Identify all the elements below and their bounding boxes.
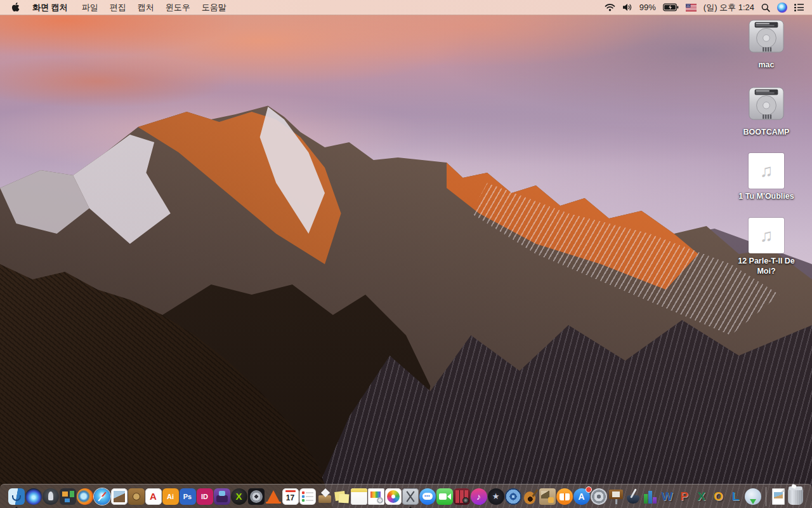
desktop-icons: macBOOTCAMP♫1 Tu M'Oublies♫12 Parle-T-Il…	[730, 19, 803, 292]
input-source-flag-icon[interactable]	[686, 4, 697, 11]
dock-item-numbers[interactable]	[642, 488, 658, 505]
dock-item-preview[interactable]	[111, 488, 128, 505]
menu-capture[interactable]: 캡처	[138, 2, 154, 13]
dock-item-launchpad[interactable]	[43, 488, 59, 505]
dock-item-system-preferences[interactable]	[591, 488, 607, 505]
wifi-icon[interactable]	[605, 3, 615, 11]
acrobat-reader-glyph: A	[145, 488, 162, 505]
dock-item-contacts[interactable]	[128, 488, 145, 505]
menu-file[interactable]: 파일	[82, 2, 98, 13]
desktop-icon-label: 1 Tu M'Oublies	[738, 192, 794, 202]
dock-item-grab[interactable]	[402, 488, 419, 505]
dock-item-indesign[interactable]: ID	[197, 488, 213, 505]
dock-item-itunes[interactable]: ♪	[471, 488, 487, 505]
imovie-glyph: ★	[488, 488, 504, 505]
dock: AAiPsIDX17•••♪★AWPXOL	[0, 484, 812, 508]
x-media-player-glyph: X	[231, 488, 247, 505]
desktop-icon-bootcamp-drive[interactable]: BOOTCAMP	[730, 86, 803, 138]
dock-item-app-store[interactable]: A	[573, 488, 590, 505]
siri-icon[interactable]	[777, 3, 787, 13]
dock-item-calendar[interactable]: 17	[282, 488, 299, 505]
desktop-icon-label: BOOTCAMP	[743, 128, 790, 138]
dock-item-facetime[interactable]	[436, 488, 453, 505]
excel-glyph: X	[693, 488, 710, 505]
hard-drive-icon	[747, 86, 786, 124]
menu-bar-status: 99%	[605, 2, 812, 13]
dock-item-acrobat-reader[interactable]: A	[145, 488, 162, 505]
dock-item-ibooks[interactable]	[556, 488, 573, 505]
audio-file-icon: ♫	[749, 218, 784, 253]
dock-item-pages[interactable]	[625, 488, 641, 505]
illustrator-glyph: Ai	[162, 488, 179, 505]
menubar-clock[interactable]: (일) 오후 1:24	[704, 2, 754, 13]
dock-item-siri[interactable]	[25, 488, 42, 505]
menu-window[interactable]: 윈도우	[166, 2, 190, 13]
wallpaper	[0, 0, 812, 508]
calendar-glyph: 17	[282, 488, 299, 505]
screen: 화면 캡처 파일편집캡처윈도우도움말 99%	[0, 0, 812, 508]
dock-item-trash[interactable]	[788, 488, 803, 505]
dock-item-idvd[interactable]	[505, 488, 521, 505]
dock-item-drop-box[interactable]	[317, 488, 333, 505]
battery-percent: 99%	[639, 3, 656, 12]
hard-drive-icon	[747, 19, 786, 55]
notification-badge	[586, 486, 592, 493]
dock-item-mission-control[interactable]	[60, 488, 76, 505]
lync-glyph: L	[728, 488, 744, 505]
dock-item-photos[interactable]	[385, 488, 402, 505]
dock-item-garageband[interactable]	[522, 488, 539, 505]
dock-item-x-media-player[interactable]: X	[231, 488, 247, 505]
active-app-name[interactable]: 화면 캡처	[32, 2, 68, 13]
outlook-glyph: O	[710, 488, 727, 505]
dock-item-photo-booth[interactable]	[454, 488, 470, 505]
menu-bar: 화면 캡처 파일편집캡처윈도우도움말 99%	[0, 0, 812, 15]
volume-icon[interactable]	[622, 3, 632, 11]
dock-item-illustrator[interactable]: Ai	[162, 488, 179, 505]
dock-item-stickies[interactable]	[334, 488, 350, 505]
dock-item-outlook[interactable]: O	[710, 488, 727, 505]
dock-item-document-connection[interactable]	[745, 488, 761, 505]
dock-item-excel[interactable]: X	[693, 488, 710, 505]
desktop-icon-audio-file-1[interactable]: ♫1 Tu M'Oublies	[730, 153, 803, 202]
word-glyph: W	[659, 488, 676, 505]
spotlight-icon[interactable]	[761, 3, 770, 12]
desktop-icon-mac-drive[interactable]: mac	[730, 19, 803, 70]
dock-item-cards[interactable]	[539, 488, 556, 505]
dock-separator	[766, 487, 766, 506]
dock-item-disk-tool[interactable]	[248, 488, 265, 505]
dock-item-messages[interactable]: •••	[419, 488, 436, 505]
dock-item-finder[interactable]	[8, 488, 25, 505]
menu-edit[interactable]: 편집	[110, 2, 126, 13]
dock-item-reminders[interactable]	[299, 488, 316, 505]
itunes-glyph: ♪	[471, 488, 487, 505]
dock-item-firefox[interactable]	[77, 488, 93, 505]
dock-item-photoshop[interactable]: Ps	[180, 488, 196, 505]
music-note-icon: ♫	[760, 161, 773, 181]
music-note-icon: ♫	[760, 225, 773, 246]
dock-item-lync[interactable]: L	[728, 488, 744, 505]
dock-item-color-document[interactable]	[368, 488, 384, 505]
notification-center-icon[interactable]	[794, 4, 804, 11]
dock-item-word[interactable]: W	[659, 488, 676, 505]
dock-item-imovie[interactable]: ★	[488, 488, 504, 505]
dock-item-keynote[interactable]	[608, 488, 624, 505]
audio-file-icon: ♫	[749, 153, 784, 189]
dock-item-safari[interactable]	[94, 488, 110, 505]
dock-item-powerpoint[interactable]: P	[676, 488, 693, 505]
menu-bar-left: 화면 캡처 파일편집캡처윈도우도움말	[0, 2, 226, 13]
dock-item-notes[interactable]	[351, 488, 367, 505]
dock-item-toast[interactable]	[214, 488, 230, 505]
photoshop-glyph: Ps	[180, 488, 196, 505]
desktop-icon-label: mac	[758, 60, 774, 70]
apple-menu[interactable]	[11, 3, 20, 12]
menu-help[interactable]: 도움말	[202, 2, 226, 13]
indesign-glyph: ID	[197, 488, 213, 505]
battery-charging-icon[interactable]	[663, 3, 679, 11]
dock-item-downloads-file[interactable]	[772, 488, 785, 505]
desktop-icon-audio-file-2[interactable]: ♫12 Parle-T-Il De Moi?	[730, 218, 803, 276]
messages-glyph: •••	[419, 488, 436, 505]
menubar-menus: 파일편집캡처윈도우도움말	[70, 2, 226, 13]
hard-drive-icon	[747, 19, 786, 57]
powerpoint-glyph: P	[676, 488, 693, 505]
dock-item-vlc[interactable]	[265, 488, 282, 505]
